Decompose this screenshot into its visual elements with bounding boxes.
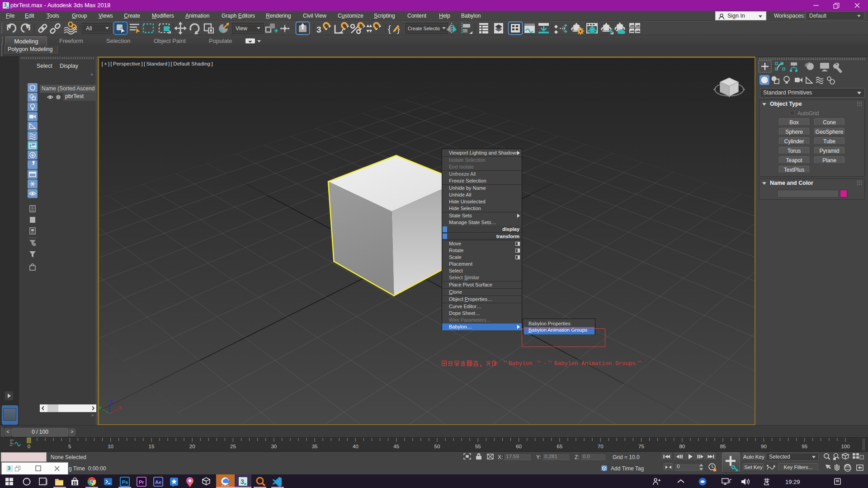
svg-text:-: - [543,361,547,367]
svg-text:95: 95 [802,444,807,449]
svg-text:35: 35 [312,444,318,449]
svg-text:All: All [86,25,92,32]
svg-text:Ae: Ae [155,479,161,485]
svg-text:70: 70 [598,444,604,449]
svg-text:60: 60 [516,444,522,449]
svg-text:0: 0 [28,444,30,449]
svg-text:Ps: Ps [122,479,128,485]
svg-text:View: View [236,25,247,32]
svg-text:100: 100 [841,444,849,449]
svg-text:{: { [388,24,391,34]
svg-text:80: 80 [679,444,685,449]
svg-text:z: z [110,399,113,404]
svg-text:x: x [119,404,122,410]
svg-text:30: 30 [271,444,277,449]
svg-text:y: y [99,404,102,410]
svg-text:15: 15 [149,444,155,449]
svg-text:5: 5 [68,444,71,449]
svg-text:90: 90 [761,444,767,449]
svg-text:3: 3 [241,478,244,485]
svg-text:75: 75 [638,444,644,449]
svg-text:25: 25 [230,444,236,449]
svg-text:45: 45 [393,444,399,449]
svg-text:Pr: Pr [139,479,144,485]
svg-text:20: 20 [189,444,195,449]
svg-text:65: 65 [557,444,563,449]
svg-text:3: 3 [316,25,321,34]
svg-text:55: 55 [475,444,481,449]
svg-text:Babylon: Babylon [509,361,533,367]
svg-text:19:29: 19:29 [785,479,800,485]
svg-text:10: 10 [108,444,113,449]
svg-text:85: 85 [720,444,726,449]
svg-text:40: 40 [353,444,359,449]
svg-text:50: 50 [434,444,440,449]
svg-text:Babylon Animation Groups: Babylon Animation Groups [554,361,636,367]
